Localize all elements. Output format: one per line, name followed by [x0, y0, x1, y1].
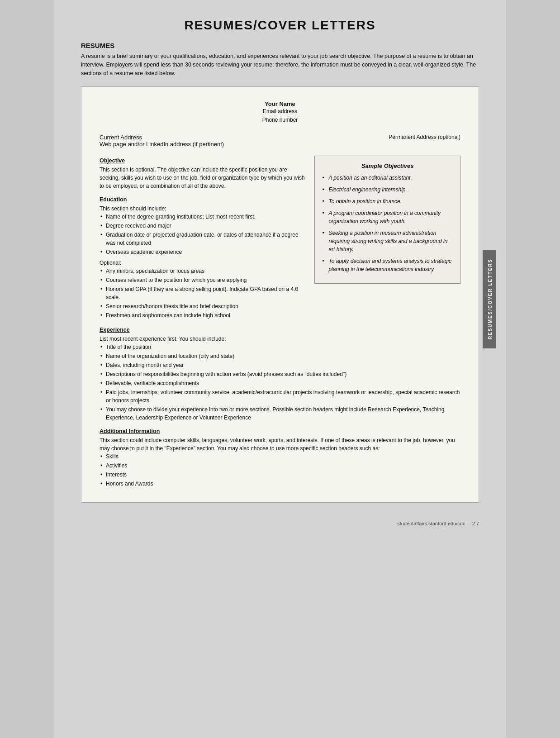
optional-bullets-list: Any minors, specialization or focus area…: [100, 267, 305, 319]
footer-url: studentaffairs.stanford.edu/cdc: [397, 521, 465, 526]
sample-objective-2: Electrical engineering internship.: [322, 186, 453, 194]
experience-intro: List most recent experience first. You s…: [100, 335, 460, 343]
resume-document: Your Name Email address Phone number Cur…: [81, 86, 479, 502]
sample-objective-6: To apply decision and systems analysis t…: [322, 257, 453, 273]
resume-phone: Phone number: [100, 116, 460, 124]
additional-bullets-list: Skills Activities Interests Honors and A…: [100, 452, 460, 488]
optional-label: Optional:: [100, 260, 305, 266]
experience-bullet-2: Name of the organization and location (c…: [100, 352, 460, 360]
optional-bullet-1: Any minors, specialization or focus area…: [100, 267, 305, 275]
optional-bullet-2: Courses relevant to the position for whi…: [100, 276, 305, 284]
optional-bullet-3: Honors and GPA (if they are a strong sel…: [100, 285, 305, 301]
optional-bullet-5: Freshmen and sophomores can include high…: [100, 311, 305, 319]
resume-email: Email address: [100, 107, 460, 116]
side-tab-container: RESUMES/COVER LETTERS: [483, 250, 496, 348]
intro-paragraph: A resume is a brief summary of your qual…: [81, 52, 479, 77]
side-tab-label: RESUMES/COVER LETTERS: [483, 250, 496, 348]
resume-name: Your Name: [100, 100, 460, 107]
experience-bullet-3: Dates, including month and year: [100, 361, 460, 369]
education-bullet-1: Name of the degree-granting institutions…: [100, 213, 305, 221]
sample-objectives-box: Sample Objectives A position as an edito…: [314, 156, 460, 284]
experience-bullets-list: Title of the position Name of the organi…: [100, 343, 460, 422]
optional-bullet-4: Senior research/honors thesis title and …: [100, 302, 305, 310]
additional-title: Additional Information: [100, 428, 460, 434]
experience-bullet-6: Paid jobs, internships, volunteer commun…: [100, 388, 460, 405]
footer-page: 2 7: [472, 521, 479, 526]
additional-bullet-3: Interests: [100, 471, 460, 479]
education-intro: This section should include:: [100, 205, 305, 213]
resume-current-address: Current Address: [100, 134, 224, 141]
sample-objectives-title: Sample Objectives: [322, 162, 453, 169]
resume-right-column: Sample Objectives A position as an edito…: [314, 151, 460, 320]
footer: studentaffairs.stanford.edu/cdc 2 7: [81, 521, 479, 526]
additional-intro: This section could include computer skil…: [100, 436, 460, 452]
experience-bullet-7: You may choose to divide your experience…: [100, 405, 460, 422]
objective-text: This section is optional. The objective …: [100, 166, 305, 190]
sample-objective-1: A position as an editorial assistant.: [322, 174, 453, 182]
education-bullet-2: Degree received and major: [100, 222, 305, 230]
sample-objective-3: To obtain a position in finance.: [322, 197, 453, 205]
resume-left-column: Objective This section is optional. The …: [100, 151, 305, 320]
resume-webpage: Web page and/or LinkedIn address (if per…: [100, 141, 224, 148]
education-title: Education: [100, 196, 305, 203]
resume-address-row: Current Address Web page and/or LinkedIn…: [100, 134, 460, 148]
experience-bullet-5: Believable, verifiable accomplishments: [100, 379, 460, 387]
experience-title: Experience: [100, 327, 460, 333]
resume-address-left: Current Address Web page and/or LinkedIn…: [100, 134, 224, 148]
education-bullet-4: Overseas academic experience: [100, 248, 305, 256]
experience-bullet-1: Title of the position: [100, 343, 460, 351]
sample-objectives-list: A position as an editorial assistant. El…: [322, 174, 453, 273]
additional-bullet-4: Honors and Awards: [100, 480, 460, 488]
resume-header: Your Name Email address Phone number: [100, 100, 460, 124]
sample-objective-5: Seeking a position in museum administrat…: [322, 229, 453, 253]
experience-bullet-4: Descriptions of responsibilities beginni…: [100, 370, 460, 378]
additional-bullet-1: Skills: [100, 452, 460, 461]
page-title: RESUMES/COVER LETTERS: [81, 18, 479, 33]
education-bullet-3: Graduation date or projected graduation …: [100, 231, 305, 247]
sample-objective-4: A program coordinator position in a comm…: [322, 209, 453, 225]
resumes-heading: RESUMES: [81, 42, 479, 49]
objective-title: Objective: [100, 157, 305, 164]
resume-main-layout: Objective This section is optional. The …: [100, 151, 460, 320]
resume-permanent-address: Permanent Address (optional): [389, 134, 460, 148]
additional-bullet-2: Activities: [100, 462, 460, 470]
education-bullets-list: Name of the degree-granting institutions…: [100, 213, 305, 256]
